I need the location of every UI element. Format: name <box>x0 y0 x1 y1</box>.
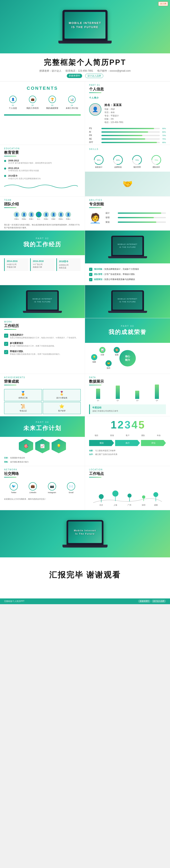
work-box-title-3: 2018至今 <box>59 260 79 263</box>
circle-diagram-area: 核心能力 🎨 创意 📊 分析 🤝 协作 💡 创 <box>85 343 170 374</box>
screen-text-sm-2: MOBILE INTERNETIS THE FUTURE <box>33 298 52 303</box>
person-head-5: 👤 <box>43 212 49 217</box>
skill-bar-bg-r3 <box>118 221 166 223</box>
part04-right: 1 2 3 4 5 项目 奖项 客户 团队 年份 规划 执行 评估 创新 <box>85 416 170 466</box>
svg-text:上海: 上海 <box>114 504 117 506</box>
tag-line: 多媒体课件 设计达人品牌 <box>8 74 162 78</box>
hex-grid: 🎯 📈 💡 <box>0 437 85 455</box>
laptop-slide-2: MOBILE INTERNETIS THE FUTURE <box>0 285 85 318</box>
profile-major: 专业：平面设计 <box>104 114 166 117</box>
bar-fill-2 <box>116 385 120 399</box>
content-text-4: 未来工作计划 <box>64 107 80 110</box>
laptop-slide-1: MOBILE INTERNETIS THE FUTURE <box>85 230 170 264</box>
skill-label-4: AE <box>89 138 101 140</box>
social-circle-3: 📷 <box>48 482 56 491</box>
skill-bar-bg-1 <box>101 128 160 129</box>
contents-grid: 👤 01 个人信息 💼 02 我的工作经历 🏆 03 我的成就荣誉 📊 04 <box>4 94 81 111</box>
person-name-2: 同事B <box>21 218 27 220</box>
skill-bar-fill-r2 <box>118 217 154 218</box>
person-name-7: 同事G <box>58 218 64 220</box>
contents-panel: CONTENTS 👤 01 个人信息 💼 02 我的工作经历 🏆 03 我的成就… <box>0 82 85 145</box>
team-header: TEAM 团队介绍 <box>0 196 85 210</box>
check-mark-2: ✓ <box>89 273 92 276</box>
skill-bar-fill-r1 <box>118 213 161 214</box>
person-head-1: 👤 <box>14 212 19 217</box>
content-icon-3: 🏆 <box>48 96 56 103</box>
skill-pct-4: 75% <box>160 138 166 140</box>
skills-title-r: 专业技能 <box>89 202 166 207</box>
bottom-bar: 完整框架个人简历PPT 多媒体课件 设计达人品牌 <box>0 598 170 604</box>
big-check-1: ✓ 负责品牌设计 负责公司整体品牌视觉形象设计工作，包括LOGO设计、VI系统设… <box>4 333 81 339</box>
author-label: 授课老师：设计达人 <box>39 69 61 73</box>
achieve-cell-2: 🎖️ 设计大赛金奖 <box>43 389 81 401</box>
skill-pct-2: 80% <box>160 131 166 133</box>
skill-label-5: PPT <box>89 141 101 144</box>
checklist-title: 工作经历 <box>4 323 81 328</box>
education-bar <box>4 156 16 156</box>
skill-circles-row: 90% 创意设计 80% 品牌策划 70% <box>85 152 170 172</box>
skill-visual-row: 🧑‍💼 设计 管理 <box>85 210 170 227</box>
person-2: 👤 同事B <box>21 212 27 220</box>
work-box-text-1: XX设计公司 <box>7 263 27 266</box>
skill-circle-label-2: 品牌策划 <box>113 166 123 168</box>
big-num-4: 4 <box>131 420 137 430</box>
checklist-header: WORK 工作经历 <box>0 318 85 331</box>
future-label-1: 目标 <box>4 457 8 459</box>
data-label: DATA <box>89 376 166 378</box>
big-check-content-2: 参与重要项目 参与多个重要项目的设计工作，积累了丰富的实战经验。 <box>10 342 56 347</box>
skill-row-r3: 策划 <box>105 221 166 223</box>
social-icon-2: 💼 LinkedIn <box>29 482 37 494</box>
skill-bar-fill-r3 <box>118 221 156 223</box>
skill-circle-4: 75% 团队协作 <box>151 155 161 168</box>
bottom-bar-tags: 多媒体课件 设计达人品牌 <box>138 600 166 603</box>
bar-2: Q2 <box>109 385 127 401</box>
work-box-title-2: 2016-2018 <box>33 260 52 262</box>
skill-row-r2: 管理 <box>105 216 166 219</box>
future-label-4: 合作 <box>89 453 93 455</box>
skill-label-r1: 设计 <box>105 212 118 215</box>
future-arrow-text: 创新： 引入新技术提高工作效率 合作： 建立更广泛的行业合作关系 <box>85 448 170 457</box>
big-check-mark-2: ✓ <box>4 342 8 346</box>
final-laptop-screen: Mobile Internet Is The Future <box>68 522 102 543</box>
achieve-cell-4: ⭐ 客户好评 <box>43 402 81 414</box>
email-label: 电子邮件：xxxxxx@gmail.com <box>97 69 131 73</box>
timeline-item-2: 2012-2014 XX研究生院 深入研究设计理论与实践 <box>0 166 85 173</box>
tag2: 设计达人品牌 <box>85 74 103 78</box>
watermark: 演示网 <box>158 2 168 6</box>
part02-left: PART 02 我的工作经历 2014-2016 XX设计公司 平面设计师 20… <box>0 230 85 285</box>
title-section: 完整框架个人简历PPT 授课老师：设计达人 联系电话：123-456-7891 … <box>0 53 170 81</box>
bottom-bar-text: 完整框架个人简历PPT <box>4 600 25 603</box>
person-head-2: 👤 <box>21 212 27 217</box>
content-num-2: 02 <box>25 104 40 106</box>
laptop-slide-3: MOBILE INTERNETIS THE FUTURE <box>85 285 170 318</box>
timeline-desc-3: XX设计公司 负责公司品牌视觉整体方向 <box>8 177 81 180</box>
skill-bar-bg-r1 <box>118 213 166 214</box>
contents-title: CONTENTS <box>4 86 81 91</box>
part02-row: PART 02 我的工作经历 2014-2016 XX设计公司 平面设计师 20… <box>0 230 170 285</box>
achievements-header: ACHIEVEMENTS 荣誉成就 <box>0 374 85 387</box>
bar-4: Q4 <box>148 384 166 401</box>
orbit-1: 🎨 创意 <box>114 347 120 356</box>
orbit-3: 🤝 协作 <box>105 360 112 370</box>
laptop-right: MOBILE INTERNETIS THE FUTURE <box>85 285 170 318</box>
future-desc-3: 引入新技术提高工作效率 <box>95 450 116 452</box>
svg-point-15 <box>112 491 118 497</box>
network-title: 社交网络 <box>4 471 81 476</box>
avatar: 👤 <box>89 103 101 116</box>
profile-name: 姓名：某某某 <box>104 103 166 107</box>
part03-label: PART 03 <box>121 325 134 327</box>
svg-text:90%: 90% <box>97 159 100 161</box>
arrow-diagram: 规划 执行 评估 <box>85 438 170 448</box>
achievements-bar <box>4 385 16 385</box>
skill-row-4: AE 75% <box>85 138 170 140</box>
big-num-2: 2 <box>118 420 124 430</box>
bar-1: Q1 <box>89 389 107 401</box>
info-grid-row: ACHIEVEMENTS 荣誉成就 🏅 优秀员工奖 🎖️ 设计大赛金奖 📜 专业… <box>0 374 170 416</box>
skill-circle-label-4: 团队协作 <box>151 166 161 168</box>
orbit-label-3: 协作 <box>105 367 112 370</box>
thank-you-title: 汇报完毕 谢谢观看 <box>8 570 162 580</box>
data-title: 数据展示 <box>89 379 166 384</box>
achieve-cell-1: 🏅 优秀员工奖 <box>4 389 42 401</box>
future-label-2: 策略 <box>4 461 8 463</box>
part02-title: 我的工作经历 <box>23 241 61 248</box>
